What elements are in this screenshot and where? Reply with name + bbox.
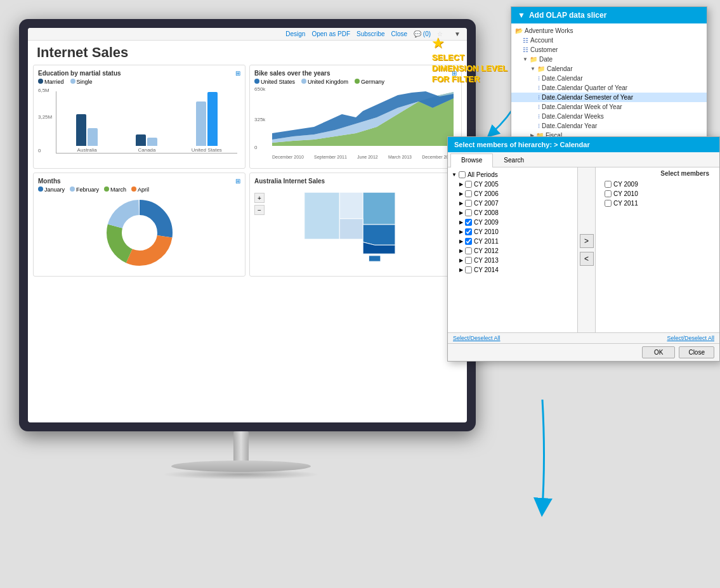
checkbox-cy2011[interactable] — [465, 238, 472, 245]
svg-marker-14 — [369, 256, 380, 261]
tree-item-date[interactable]: ▼ 📁 Date — [511, 55, 707, 64]
members-tabs: Browse Search — [448, 152, 719, 167]
tree-item-cal-semester[interactable]: ⁝ Date.Calendar Semester of Year — [511, 93, 707, 102]
label-cy2008: CY 2008 — [474, 209, 499, 216]
svg-marker-11 — [339, 219, 363, 239]
members-left-panel: ▼ All Periods ▶ CY 2005 ▶ CY 2006 ▶ — [448, 167, 578, 332]
folder-open-icon: 📂 — [515, 27, 523, 34]
grid-icon-1: ⁝ — [538, 75, 540, 82]
transfer-right-button[interactable]: > — [580, 234, 594, 248]
close-link[interactable]: Close — [391, 30, 408, 37]
bar-group-australia: Australia — [63, 114, 111, 153]
members-right-panel: Select members CY 2009 CY 2010 CY 2011 — [596, 167, 719, 332]
bar-canada-married — [136, 134, 146, 146]
member-cy2009[interactable]: ▶ CY 2009 — [448, 218, 577, 227]
member-cy2006[interactable]: ▶ CY 2006 — [448, 189, 577, 199]
checkbox-right-cy2009[interactable] — [605, 181, 612, 188]
tree-label-cal-week: Date.Calendar Week of Year — [542, 103, 622, 110]
donut-label-feb: 29.4% — [278, 346, 292, 351]
grid-icon-6: ⁝ — [538, 122, 540, 129]
tree-item-customer[interactable]: ☷ Customer — [511, 45, 707, 55]
expand-icon-date: ▼ — [523, 56, 528, 62]
tree-label-date: Date — [539, 56, 553, 63]
bike-x-mar2013: March 2013 — [388, 155, 412, 159]
australia-chart-title: Australia Internet Sales — [254, 178, 457, 185]
right-label-cy2011: CY 2011 — [613, 200, 638, 207]
education-chart-title: Education by martial status — [38, 70, 240, 77]
checkbox-cy2005[interactable] — [465, 181, 472, 188]
member-cy2005[interactable]: ▶ CY 2005 — [448, 180, 577, 189]
checkbox-all-periods[interactable] — [459, 171, 466, 178]
tree-item-cal-quarter[interactable]: ⁝ Date.Calendar Quarter of Year — [511, 83, 707, 93]
open-pdf-link[interactable]: Open as PDF — [311, 30, 350, 37]
y-label-mid: 3,25M — [38, 114, 52, 120]
tree-item-date-calendar[interactable]: ⁝ Date.Calendar — [511, 74, 707, 83]
checkbox-cy2012[interactable] — [465, 247, 472, 254]
bar-group-us: United States — [183, 92, 231, 153]
design-link[interactable]: Design — [285, 30, 305, 37]
tab-search[interactable]: Search — [493, 154, 535, 167]
checkbox-right-cy2011[interactable] — [605, 200, 612, 207]
checkbox-cy2007[interactable] — [465, 200, 472, 207]
transfer-left-button[interactable]: < — [580, 252, 594, 266]
grid-icon-5: ⁝ — [538, 113, 540, 120]
bike-legend-us: United States — [261, 79, 295, 85]
close-button[interactable]: Close — [679, 346, 714, 358]
bike-chart-svg — [272, 89, 454, 146]
bar-label-australia: Australia — [77, 147, 97, 153]
checkbox-cy2008[interactable] — [465, 209, 472, 216]
members-panel-title: Select members of hierarchy: > Calendar — [454, 141, 590, 148]
select-deselect-all-right[interactable]: Select/Deselect All — [667, 335, 714, 341]
tree-item-cal-year[interactable]: ⁝ Date.Calendar Year — [511, 121, 707, 131]
checkbox-cy2009[interactable] — [465, 219, 472, 226]
donut-label-apr: 20.3% — [301, 369, 316, 375]
months-expand-icon[interactable]: ⊞ — [235, 178, 240, 185]
checkbox-cy2006[interactable] — [465, 190, 472, 197]
report-toolbar: Design Open as PDF Subscribe Close 💬 (0)… — [28, 28, 467, 41]
member-cy2011[interactable]: ▶ CY 2011 — [448, 237, 577, 246]
member-cy2013[interactable]: ▶ CY 2013 — [448, 256, 577, 265]
months-legend-mar: March — [110, 186, 126, 193]
select-deselect-all-left[interactable]: Select/Deselect All — [453, 335, 501, 341]
tree-item-adventure-works[interactable]: 📂 Adventure Works — [511, 26, 707, 36]
monitor-body: Design Open as PDF Subscribe Close 💬 (0)… — [19, 19, 476, 431]
subscribe-link[interactable]: Subscribe — [357, 30, 384, 37]
bar-label-canada: Canada — [138, 147, 155, 153]
expand-icon-2012: ▶ — [459, 248, 463, 254]
checkbox-cy2013[interactable] — [465, 257, 472, 264]
label-cy2012: CY 2012 — [474, 247, 499, 254]
right-label-cy2010: CY 2010 — [613, 190, 638, 197]
checkbox-cy2014[interactable] — [465, 266, 472, 273]
label-cy2006: CY 2006 — [474, 190, 499, 197]
expand-icon-2007: ▶ — [459, 200, 463, 206]
tab-browse[interactable]: Browse — [450, 154, 493, 167]
expand-icon-2006: ▶ — [459, 191, 463, 197]
education-legend: Married Single — [38, 79, 240, 85]
member-cy2007[interactable]: ▶ CY 2007 — [448, 199, 577, 208]
bike-chart-area: 650k 325k 0 — [254, 86, 457, 159]
comments-bubble[interactable]: 💬 (0) — [414, 30, 431, 37]
tree-item-account[interactable]: ☷ Account — [511, 36, 707, 45]
member-cy2008[interactable]: ▶ CY 2008 — [448, 208, 577, 218]
member-cy2012[interactable]: ▶ CY 2012 — [448, 246, 577, 256]
checkbox-right-cy2010[interactable] — [605, 190, 612, 197]
bike-legend-uk: United Kingdom — [308, 79, 348, 85]
annotation-line2: DIMENSION LEVEL — [432, 63, 507, 74]
zoom-in-button[interactable]: + — [254, 193, 265, 203]
ok-button[interactable]: OK — [642, 346, 675, 358]
tree-item-cal-weeks[interactable]: ⁝ Date.Calendar Weeks — [511, 112, 707, 121]
months-donut-container: 27.3% 29.4% 22.5% 20.3% — [38, 195, 240, 271]
member-cy2014[interactable]: ▶ CY 2014 — [448, 265, 577, 275]
member-all-periods[interactable]: ▼ All Periods — [448, 170, 577, 180]
checkbox-cy2010[interactable] — [465, 228, 472, 235]
bike-x-labels: December 2010 September 2011 June 2012 M… — [272, 155, 454, 159]
zoom-out-button[interactable]: − — [254, 205, 265, 215]
tree-item-calendar[interactable]: ▼ 📁 Calendar — [511, 64, 707, 74]
education-expand-icon[interactable]: ⊞ — [235, 70, 240, 77]
page-container: Design Open as PDF Subscribe Close 💬 (0)… — [0, 0, 720, 588]
member-cy2010[interactable]: ▶ CY 2010 — [448, 227, 577, 237]
months-chart-title: Months — [38, 178, 240, 185]
tree-item-cal-week[interactable]: ⁝ Date.Calendar Week of Year — [511, 102, 707, 112]
olap-panel-title: Add OLAP data slicer — [529, 11, 606, 20]
members-body: ▼ All Periods ▶ CY 2005 ▶ CY 2006 ▶ — [448, 167, 719, 332]
